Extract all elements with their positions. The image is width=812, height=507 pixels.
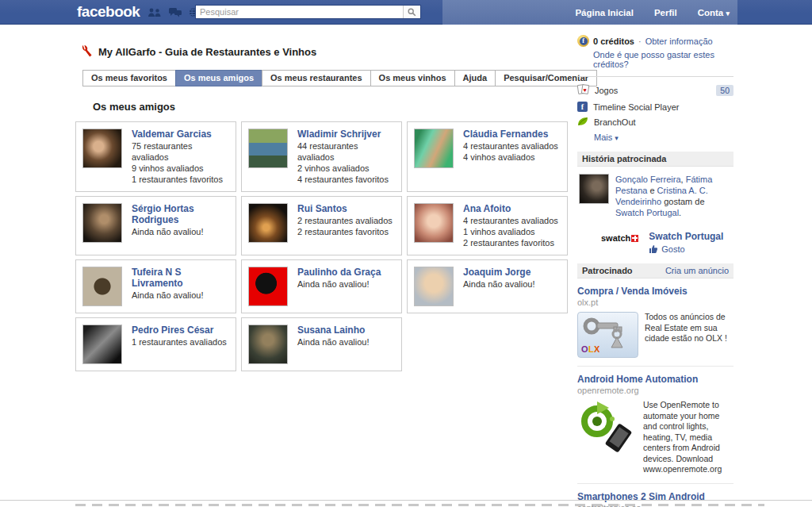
friend-stats: 75 restaurantes avaliados9 vinhos avalia… [132,140,229,185]
ad-image-openremote[interactable] [577,400,637,455]
story-page-link[interactable]: Swatch Portugal [615,208,679,217]
sponsored-story: Gonçalo Ferreira, Fátima Pestana e Crist… [577,174,733,218]
friend-stat-line: 4 restaurantes avaliados [463,215,558,226]
swatch-page-link[interactable]: Swatch Portugal [649,231,723,242]
story-photo[interactable] [579,174,609,204]
ad-body-text: Use OpenRemote to automate your home and… [643,400,733,475]
like-button[interactable]: Gosto [649,244,723,254]
friend-name-link[interactable]: Rui Santos [297,203,393,214]
nav-home-link[interactable]: Página Inicial [575,8,634,17]
credits-info-link[interactable]: Obter informação [645,36,713,46]
friend-stats: Ainda não avaliou! [463,278,535,290]
ad-title-link[interactable]: Android Home Automation [577,374,733,385]
friend-card[interactable]: Ana Afoito 4 restaurantes avaliados1 vin… [407,196,568,255]
swatch-story-footer: swatch Swatch Portugal Gosto [601,231,733,254]
friend-stat-line: 1 restaurantes avaliados [132,336,227,348]
friend-name-link[interactable]: Valdemar Garcias [132,129,229,140]
friend-stat-line: 4 restaurantes avaliados [463,140,558,152]
friend-name-link[interactable]: Ana Afoito [463,203,558,214]
app-title: My AllGarfo - Guia de Restaurantes e Vin… [98,46,316,58]
sidebar-item-timeline-social-player[interactable]: f Timeline Social Player [577,99,733,114]
ad-body-text: Todos os anúncios de Real Estate em sua … [645,312,733,358]
ad-openremote: Android Home Automation openremote.org U… [577,367,733,484]
friend-card[interactable]: Sérgio Hortas Rodrigues Ainda não avalio… [75,196,236,255]
friend-name-link[interactable]: Joaquim Jorge [463,267,535,278]
friend-stats: Ainda não avaliou! [132,290,229,301]
friend-name-link[interactable]: Tufeira N S Livramento [132,267,229,289]
sponsored-header: Patrocinado Cria um anúncio [577,263,733,278]
tab[interactable]: Os meus vinhos [370,70,455,86]
jogos-count-badge: 50 [716,85,733,96]
topbar-icons [147,7,199,17]
friend-stats: 2 restaurantes avaliados2 restaurantes f… [297,215,393,237]
friend-photo [414,267,454,306]
friend-stat-line: 2 vinhos avaliados [297,163,395,174]
friend-name-link[interactable]: Susana Lainho [297,325,370,336]
friend-stat-line: Ainda não avaliou! [297,278,381,290]
friend-stats: Ainda não avaliou! [297,278,381,290]
sidebar-item-branchout[interactable]: BranchOut [577,114,733,130]
friend-card[interactable]: Pedro Pires César 1 restaurantes avaliad… [75,317,236,371]
friend-card[interactable]: Joaquim Jorge Ainda não avaliou! [407,259,568,313]
ad-domain: olx.pt [577,298,733,307]
search-button[interactable] [403,6,420,18]
friend-photo [248,325,288,364]
topbar-nav-links: Página Inicial Perfil Conta ▾ [442,0,737,25]
friend-card[interactable]: Valdemar Garcias 75 restaurantes avaliad… [75,121,236,192]
ad-olx: Compra / Venda Imóveis olx.pt OLX Todos … [577,278,733,367]
messages-icon[interactable] [169,8,182,17]
tab[interactable]: Os meus favoritos [82,70,176,86]
search-input[interactable] [196,6,403,17]
friend-photo [82,129,122,168]
tab[interactable]: Ajuda [454,70,496,86]
thumb-up-icon [649,244,658,254]
fork-app-icon [82,45,92,59]
tab[interactable]: Os meus restaurantes [262,70,371,86]
sidebar-item-jogos[interactable]: ♥ Jogos 50 [577,82,733,99]
friend-card[interactable]: Susana Lainho Ainda não avaliou! [241,317,402,371]
friend-stat-line: 4 restaurantes favoritos [297,174,395,185]
more-apps-link[interactable]: Mais ▾ [594,133,733,142]
friend-card[interactable]: Tufeira N S Livramento Ainda não avaliou… [75,259,236,313]
nav-profile-link[interactable]: Perfil [654,8,677,17]
friend-name-link[interactable]: Pedro Pires César [132,325,227,336]
friend-stat-line: 1 restaurantes favoritos [132,174,229,185]
friend-photo [248,267,288,306]
games-icon: ♥ [577,84,589,97]
friend-card[interactable]: Paulinho da Graça Ainda não avaliou! [241,259,402,313]
credits-coin-icon: f [577,35,589,47]
friend-name-link[interactable]: Cláudia Fernandes [463,129,558,140]
friend-requests-icon[interactable] [147,8,162,17]
friend-stat-line: 2 restaurantes favoritos [297,226,393,237]
divider [577,76,733,77]
facebook-logo[interactable]: facebook [77,3,140,21]
friend-stat-line: Ainda não avaliou! [297,336,370,348]
friend-stat-line: 2 restaurantes favoritos [463,237,558,248]
friend-photo [82,203,122,243]
ad-title-link[interactable]: Compra / Venda Imóveis [577,286,733,297]
tab[interactable]: Os meus amigos [175,70,262,86]
friend-photo [414,203,454,243]
page: facebook Página Inicial Perfil Conta ▾ [0,0,812,507]
friend-card[interactable]: Wladimir Schrijver 44 restaurantes avali… [241,121,402,192]
swatch-logo[interactable]: swatch [601,233,638,243]
friend-stat-line: 2 restaurantes avaliados [297,215,393,226]
friend-name-link[interactable]: Sérgio Hortas Rodrigues [132,203,229,225]
footer-clipped-text [75,504,764,506]
friend-name-link[interactable]: Paulinho da Graça [297,267,381,278]
friend-card[interactable]: Cláudia Fernandes 4 restaurantes avaliad… [407,121,568,192]
create-ad-link[interactable]: Cria um anúncio [665,266,729,275]
credits-question-link[interactable]: Onde é que posso gastar estes créditos? [593,50,733,69]
story-person-link[interactable]: Gonçalo Ferreira [615,175,681,184]
nav-account-menu[interactable]: Conta ▾ [698,8,730,17]
friend-card[interactable]: Rui Santos 2 restaurantes avaliados2 res… [241,196,402,255]
credits-amount: 0 créditos [593,36,634,46]
friend-name-link[interactable]: Wladimir Schrijver [297,129,395,140]
svg-text:O: O [581,344,588,354]
friend-stats: Ainda não avaliou! [132,226,229,237]
friend-stat-line: Ainda não avaliou! [132,290,229,301]
friend-stats: 4 restaurantes avaliados4 vinhos avaliad… [463,140,558,163]
search-icon [408,8,416,17]
facebook-app-icon: f [577,102,588,112]
ad-image-keys[interactable]: OLX [577,312,638,358]
